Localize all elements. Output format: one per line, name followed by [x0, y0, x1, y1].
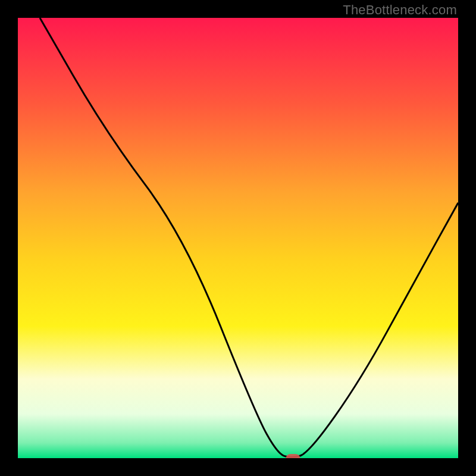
plot-area — [18, 18, 458, 458]
heatmap-background — [18, 18, 458, 458]
watermark-text: TheBottleneck.com — [343, 2, 457, 18]
chart-frame: TheBottleneck.com — [0, 0, 476, 476]
chart-svg — [18, 18, 458, 458]
